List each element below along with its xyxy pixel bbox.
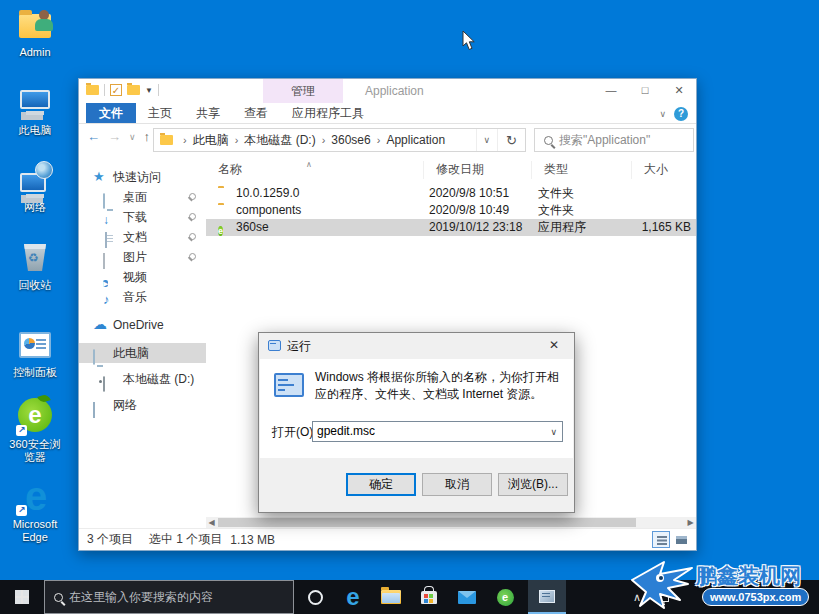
sidebar-item-videos[interactable]: ▶ 视频 — [79, 267, 206, 287]
run-command-input[interactable]: gpedit.msc ∨ — [312, 421, 563, 442]
sidebar-item-music[interactable]: ♪ 音乐 — [79, 287, 206, 307]
up-button[interactable]: ↑ — [144, 129, 151, 144]
network-icon — [93, 402, 95, 418]
desktop-icon-recycle-bin[interactable]: 回收站 — [4, 239, 66, 292]
breadcrumb-drive-d[interactable]: 本地磁盘 (D:) — [242, 132, 317, 149]
run-app-icon — [268, 340, 281, 351]
quick-access-toolbar: ✓ ▼ — [86, 84, 159, 96]
combo-dropdown-icon[interactable]: ∨ — [550, 422, 557, 442]
sidebar-item-downloads[interactable]: ↓ 下载 — [79, 207, 206, 227]
sidebar-item-documents[interactable]: 文档 — [79, 227, 206, 247]
sidebar-item-local-disk-d[interactable]: 本地磁盘 (D:) — [79, 369, 206, 389]
document-icon — [105, 232, 107, 248]
pin-icon — [188, 193, 196, 201]
sidebar-item-onedrive[interactable]: ☁ OneDrive — [79, 315, 206, 335]
desktop-icon-this-pc[interactable]: 此电脑 — [4, 84, 66, 137]
recent-locations-icon[interactable]: ∨ — [129, 132, 136, 142]
run-dialog-title-bar[interactable]: 运行 ✕ — [259, 333, 574, 359]
file-row-selected[interactable]: e 360se 2019/10/12 23:18 应用程序 1,165 KB — [206, 219, 696, 236]
network-tray-icon[interactable] — [655, 592, 669, 602]
run-dialog-message: Windows 将根据你所输入的名称，为你打开相应的程序、文件夹、文档或 Int… — [315, 369, 565, 403]
start-button[interactable] — [0, 580, 44, 614]
address-dropdown-icon[interactable]: ∨ — [476, 129, 498, 151]
explorer-app-icon — [86, 85, 99, 95]
taskbar-search-placeholder: 在这里输入你要搜索的内容 — [69, 589, 213, 606]
search-input[interactable]: 搜索"Application" — [534, 128, 694, 152]
refresh-icon[interactable]: ↻ — [497, 129, 525, 151]
videos-icon: ▶ — [103, 280, 108, 287]
download-icon: ↓ — [103, 210, 118, 224]
taskbar-cortana-button[interactable] — [296, 580, 334, 614]
edge-icon: e — [346, 582, 359, 612]
contextual-tab-manage[interactable]: 管理 — [263, 79, 343, 103]
large-icons-view-button[interactable] — [672, 531, 690, 548]
desktop-icon-label: Microsoft Edge — [4, 518, 66, 544]
search-placeholder: 搜索"Application" — [559, 132, 650, 149]
run-close-button[interactable]: ✕ — [534, 333, 574, 359]
tab-view[interactable]: 查看 — [232, 103, 280, 123]
sidebar-item-pictures[interactable]: 图片 — [79, 247, 206, 267]
ok-button[interactable]: 确定 — [346, 473, 416, 496]
location-folder-icon — [160, 135, 173, 145]
tab-home[interactable]: 主页 — [136, 103, 184, 123]
sidebar-item-this-pc[interactable]: 此电脑 — [79, 343, 206, 363]
browse-button[interactable]: 浏览(B)... — [498, 473, 568, 496]
breadcrumb-this-pc[interactable]: 此电脑 — [191, 132, 231, 149]
desktop-icon-control-panel[interactable]: 控制面板 — [4, 326, 66, 379]
tab-file[interactable]: 文件 — [86, 103, 136, 123]
close-button[interactable]: ✕ — [662, 79, 696, 103]
sidebar-item-quick-access[interactable]: ★ 快速访问 — [79, 167, 206, 187]
horizontal-scrollbar[interactable]: ◀ ▶ — [206, 517, 696, 528]
shortcut-arrow-icon: ↗ — [16, 425, 27, 436]
details-view-button[interactable] — [652, 531, 670, 548]
maximize-button[interactable]: □ — [628, 79, 662, 103]
properties-icon[interactable]: ✓ — [110, 84, 122, 96]
title-bar[interactable]: ✓ ▼ 管理 Application — □ ✕ — [79, 79, 696, 103]
cancel-button[interactable]: 取消 — [422, 473, 492, 496]
scroll-left-icon[interactable]: ◀ — [206, 517, 217, 528]
tray-expand-icon[interactable]: ∧ — [633, 591, 641, 604]
taskbar-edge-button[interactable]: e — [334, 580, 372, 614]
this-pc-icon — [93, 349, 95, 365]
desktop-icon-admin[interactable]: Admin — [4, 6, 66, 59]
taskbar-360-button[interactable]: e — [486, 580, 524, 614]
minimize-button[interactable]: — — [594, 79, 628, 103]
tab-application-tools[interactable]: 应用程序工具 — [280, 103, 376, 123]
desktop-icon-edge[interactable]: e↗ Microsoft Edge — [4, 478, 66, 544]
scrollbar-thumb[interactable] — [218, 518, 636, 527]
file-explorer-icon — [381, 590, 401, 604]
qat-dropdown-icon[interactable]: ▼ — [145, 86, 153, 95]
back-button[interactable]: ← — [87, 129, 100, 144]
desktop-icon-network[interactable]: 网络 — [4, 161, 66, 214]
file-row[interactable]: 10.0.1259.0 2020/9/8 10:51 文件夹 — [206, 185, 696, 202]
address-bar[interactable]: › 此电脑 › 本地磁盘 (D:) › 360se6 › Application… — [153, 128, 526, 152]
sidebar-item-network[interactable]: 网络 — [79, 395, 206, 415]
taskbar-store-button[interactable] — [410, 580, 448, 614]
store-icon — [421, 591, 437, 604]
taskbar-explorer-button[interactable] — [372, 580, 410, 614]
sidebar-item-desktop[interactable]: 桌面 — [79, 187, 206, 207]
taskbar-run-button-active[interactable] — [528, 580, 566, 614]
desktop-icon-360-browser[interactable]: e↗ 360安全浏览器 — [4, 398, 66, 464]
desktop-icon-label: 回收站 — [4, 279, 66, 292]
help-icon[interactable]: ? — [674, 107, 688, 121]
edge-icon: e↗ — [15, 478, 55, 516]
breadcrumb-application[interactable]: Application — [384, 133, 447, 147]
scroll-right-icon[interactable]: ▶ — [685, 517, 696, 528]
taskbar-mail-button[interactable] — [448, 580, 486, 614]
column-header-type[interactable]: 类型 — [532, 161, 632, 179]
tab-share[interactable]: 共享 — [184, 103, 232, 123]
ribbon-collapse-icon[interactable]: ∨ — [659, 109, 666, 119]
desktop-icon-label: 此电脑 — [4, 124, 66, 137]
column-header-name[interactable]: ∧ 名称 — [206, 161, 424, 179]
new-folder-icon[interactable] — [127, 85, 140, 95]
windows-logo-icon — [15, 590, 29, 604]
column-header-date[interactable]: 修改日期 — [424, 161, 532, 179]
360-icon: e — [497, 589, 514, 606]
file-row[interactable]: components 2020/9/8 10:49 文件夹 — [206, 202, 696, 219]
breadcrumb-360se6[interactable]: 360se6 — [329, 133, 372, 147]
disk-icon — [103, 376, 105, 392]
column-header-size[interactable]: 大小 — [632, 161, 694, 179]
taskbar-search-input[interactable]: 在这里输入你要搜索的内容 — [44, 580, 294, 614]
pin-icon — [188, 213, 196, 221]
